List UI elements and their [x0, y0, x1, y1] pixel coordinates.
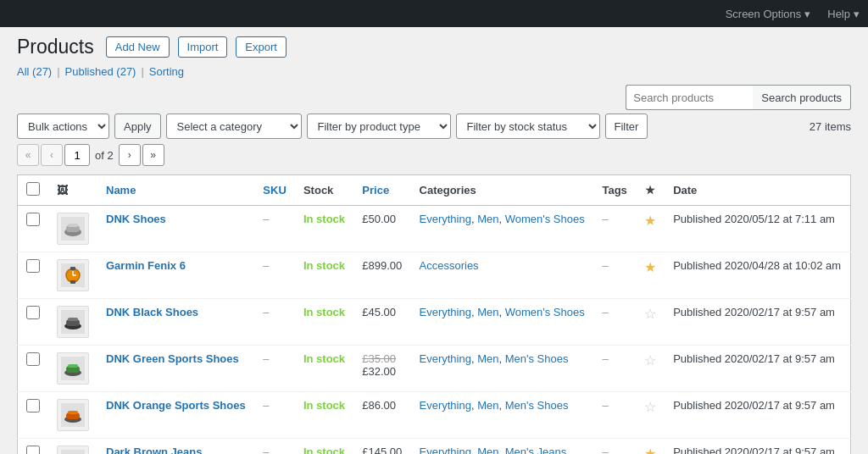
category-link[interactable]: Accessories	[420, 259, 479, 272]
category-link[interactable]: Everything	[420, 306, 471, 318]
stock-status: In stock	[303, 399, 345, 412]
prev-page-button[interactable]: ‹	[41, 144, 63, 166]
of-pages: of 2	[95, 149, 114, 162]
sku-value: –	[263, 213, 269, 225]
help-label: Help	[827, 8, 850, 20]
filter-button[interactable]: Filter	[605, 114, 648, 139]
product-name-link[interactable]: Dark Brown Jeans	[106, 446, 202, 454]
date-value: Published 2020/02/17 at 9:57 am	[673, 446, 835, 454]
screen-options-chevron: ▾	[804, 8, 810, 20]
sku-value: –	[263, 446, 269, 454]
category-link[interactable]: Women's Shoes	[505, 306, 585, 318]
category-link[interactable]: Everything	[420, 446, 471, 454]
star-button[interactable]: ★	[644, 213, 656, 228]
star-button[interactable]: ★	[644, 446, 656, 454]
stock-header: Stock	[295, 175, 353, 206]
row-checkbox[interactable]	[26, 399, 40, 412]
next-page-button[interactable]: ›	[119, 144, 141, 166]
product-name-link[interactable]: DNK Black Shoes	[106, 306, 198, 318]
category-link[interactable]: Men's Shoes	[505, 352, 569, 365]
price-value: £86.00	[362, 399, 396, 412]
sku-header[interactable]: SKU	[254, 175, 295, 206]
category-link[interactable]: Everything	[420, 352, 471, 365]
star-button[interactable]: ☆	[644, 400, 656, 414]
product-name-link[interactable]: DNK Orange Sports Shoes	[106, 399, 246, 412]
search-area: Search products	[626, 85, 851, 110]
select-all-checkbox[interactable]	[26, 182, 40, 196]
screen-options-button[interactable]: Screen Options ▾	[726, 8, 811, 20]
select-all-header	[18, 175, 49, 206]
category-link[interactable]: Everything	[420, 399, 471, 412]
category-link[interactable]: Men	[477, 446, 498, 454]
items-count: 27 items	[810, 120, 851, 133]
table-row: Garmin Fenix 6–In stock£899.00Accessorie…	[18, 252, 851, 299]
name-header[interactable]: Name	[97, 175, 254, 206]
category-link[interactable]: Everything	[420, 213, 471, 225]
star-button[interactable]: ☆	[644, 307, 656, 321]
product-name-link[interactable]: Garmin Fenix 6	[106, 259, 186, 272]
all-link[interactable]: All (27)	[17, 65, 52, 78]
screen-options-label: Screen Options	[726, 8, 802, 20]
table-row: DNK Orange Sports Shoes–In stock£86.00Ev…	[18, 392, 851, 439]
price-sale: £32.00	[362, 365, 402, 378]
page-wrapper: Products Add New Import Export All (27) …	[0, 27, 868, 454]
pagination: « ‹ of 2 › »	[17, 144, 164, 166]
star-button[interactable]: ★	[644, 260, 656, 274]
sorting-link[interactable]: Sorting	[149, 65, 184, 78]
current-page-input[interactable]	[64, 144, 90, 166]
category-link[interactable]: Men's Shoes	[505, 399, 569, 412]
img-header: 🖼	[48, 175, 97, 206]
import-button[interactable]: Import	[178, 36, 228, 58]
product-type-select[interactable]: Filter by product type	[307, 114, 451, 139]
stock-status: In stock	[303, 213, 345, 225]
tags-value: –	[602, 446, 608, 454]
price-value: £50.00	[362, 213, 396, 225]
row-checkbox[interactable]	[26, 306, 40, 319]
apply-button[interactable]: Apply	[114, 114, 161, 139]
price-header[interactable]: Price	[353, 175, 410, 206]
price-value: £899.00	[362, 259, 402, 272]
search-button[interactable]: Search products	[753, 85, 851, 110]
help-button[interactable]: Help ▾	[827, 8, 860, 20]
stock-status: In stock	[303, 306, 345, 318]
product-name-link[interactable]: DNK Green Sports Shoes	[106, 352, 239, 365]
product-image	[57, 306, 89, 338]
row-checkbox[interactable]	[26, 213, 40, 226]
star-button[interactable]: ☆	[644, 353, 656, 368]
last-page-button[interactable]: »	[142, 144, 164, 166]
category-link[interactable]: Men	[477, 213, 498, 225]
sublinks: All (27) | Published (27) | Sorting	[17, 65, 851, 78]
toolbar: Bulk actions Apply Select a category Fil…	[17, 114, 851, 166]
svg-rect-3	[68, 224, 78, 227]
category-link[interactable]: Men	[477, 399, 498, 412]
help-chevron: ▾	[854, 8, 860, 20]
published-link[interactable]: Published (27)	[65, 65, 136, 78]
row-checkbox[interactable]	[26, 352, 40, 366]
category-link[interactable]: Women's Shoes	[505, 213, 585, 225]
price-value: £45.00	[362, 306, 396, 318]
product-image	[57, 259, 89, 291]
row-checkbox[interactable]	[26, 446, 40, 454]
bulk-actions-select[interactable]: Bulk actions	[17, 114, 109, 139]
first-page-button[interactable]: «	[17, 144, 39, 166]
category-link[interactable]: Men's Jeans	[505, 446, 567, 454]
category-link[interactable]: Men	[477, 352, 498, 365]
svg-rect-21	[68, 411, 78, 414]
date-value: Published 2020/02/17 at 9:57 am	[673, 352, 835, 365]
image-icon: 🖼	[57, 184, 68, 197]
page-header: Products Add New Import Export	[17, 36, 851, 58]
add-new-button[interactable]: Add New	[106, 36, 170, 58]
search-input[interactable]	[626, 85, 753, 110]
category-link[interactable]: Men	[477, 306, 498, 318]
stock-status-select[interactable]: Filter by stock status	[456, 114, 600, 139]
table-header-row: 🖼 Name SKU Stock Price Categories Tags ★…	[18, 175, 851, 206]
table-row: DNK Black Shoes–In stock£45.00Everything…	[18, 299, 851, 346]
categories-header: Categories	[411, 175, 594, 206]
row-checkbox[interactable]	[26, 259, 40, 273]
product-name-link[interactable]: DNK Shoes	[106, 213, 166, 225]
tags-value: –	[602, 213, 608, 225]
export-button[interactable]: Export	[236, 36, 287, 58]
sku-value: –	[263, 259, 269, 272]
category-select[interactable]: Select a category	[166, 114, 302, 139]
sku-value: –	[263, 306, 269, 318]
